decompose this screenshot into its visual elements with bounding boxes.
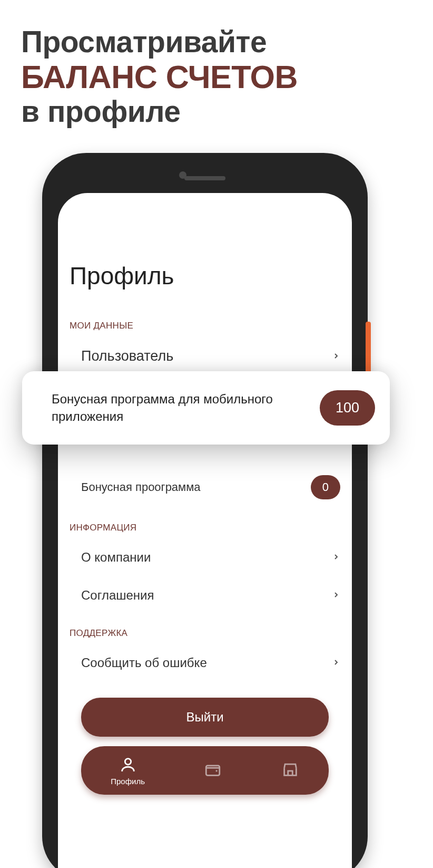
section-label-my-data: МОИ ДАННЫЕ bbox=[70, 321, 340, 331]
profile-icon bbox=[119, 756, 137, 774]
phone-speaker-icon bbox=[184, 176, 225, 180]
menu-item-about[interactable]: О компании bbox=[58, 538, 352, 576]
menu-item-report-bug[interactable]: Сообщить об ошибке bbox=[58, 644, 352, 682]
balance-row-bonus[interactable]: Бонусная проограмма 0 bbox=[58, 466, 352, 509]
nav-item-label: Профиль bbox=[111, 777, 145, 786]
section-label-info: ИНФОРМАЦИЯ bbox=[70, 523, 340, 533]
svg-rect-1 bbox=[206, 766, 220, 775]
nav-item-store[interactable] bbox=[281, 760, 299, 780]
app-promo-canvas: Просматривайте БАЛАНС СЧЕТОВ в профиле П… bbox=[0, 0, 433, 868]
menu-item-agreements[interactable]: Соглашения bbox=[58, 576, 352, 614]
headline-line2: БАЛАНС СЧЕТОВ bbox=[21, 59, 412, 95]
bottom-nav: Профиль bbox=[81, 746, 329, 795]
chevron-right-icon bbox=[332, 551, 340, 564]
menu-item-label: Пользователь bbox=[81, 348, 173, 364]
section-label-support: ПОДДЕРЖКА bbox=[70, 628, 340, 639]
menu-item-label: О компании bbox=[81, 550, 151, 565]
balance-row-label: Бонусная проограмма bbox=[81, 480, 201, 494]
chevron-right-icon bbox=[332, 589, 340, 602]
balance-pill: 0 bbox=[311, 475, 340, 499]
headline-line3: в профиле bbox=[21, 95, 412, 129]
profile-screen: Профиль МОИ ДАННЫЕ Пользователь Бонусная… bbox=[58, 193, 352, 868]
bonus-program-card[interactable]: Бонусная программа для мобильного прилож… bbox=[22, 371, 390, 445]
menu-item-label: Сообщить об ошибке bbox=[81, 655, 207, 670]
headline: Просматривайте БАЛАНС СЧЕТОВ в профиле bbox=[21, 25, 412, 129]
phone-side-button bbox=[366, 322, 371, 374]
logout-button[interactable]: Выйти bbox=[81, 698, 329, 737]
nav-item-profile[interactable]: Профиль bbox=[111, 756, 145, 786]
logout-button-label: Выйти bbox=[186, 710, 223, 725]
chevron-right-icon bbox=[332, 656, 340, 670]
wallet-icon bbox=[204, 760, 222, 778]
page-title: Профиль bbox=[70, 262, 352, 290]
svg-point-0 bbox=[125, 758, 131, 764]
bonus-card-value-pill: 100 bbox=[320, 390, 375, 426]
menu-item-user[interactable]: Пользователь bbox=[58, 336, 352, 376]
phone-mockup: Профиль МОИ ДАННЫЕ Пользователь Бонусная… bbox=[42, 153, 368, 868]
headline-line1: Просматривайте bbox=[21, 25, 412, 59]
bonus-card-text: Бонусная программа для мобильного прилож… bbox=[52, 391, 311, 425]
store-icon bbox=[281, 760, 299, 778]
phone-screen: Профиль МОИ ДАННЫЕ Пользователь Бонусная… bbox=[58, 193, 352, 868]
nav-item-wallet[interactable] bbox=[204, 760, 222, 780]
menu-item-label: Соглашения bbox=[81, 588, 154, 603]
chevron-right-icon bbox=[332, 350, 340, 363]
